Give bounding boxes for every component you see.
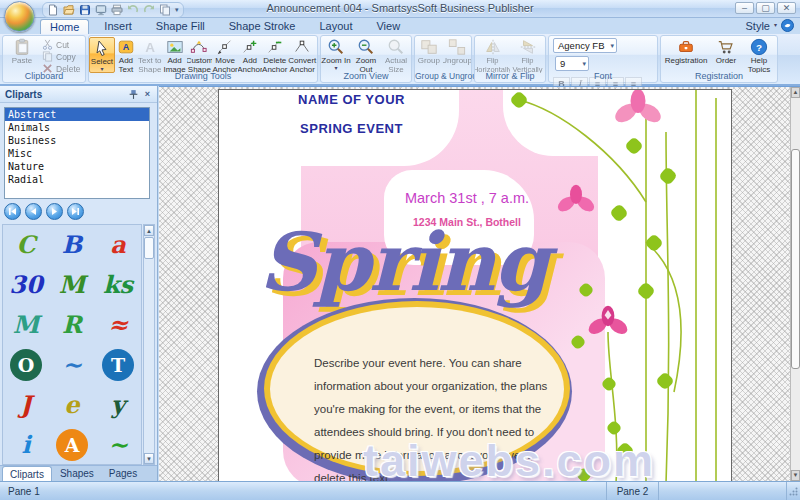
- font-size-select[interactable]: 9▾: [555, 56, 589, 71]
- group-button[interactable]: Group: [415, 37, 442, 73]
- canvas-scroll-down-icon[interactable]: ▼: [791, 470, 800, 481]
- text-to-shape-button[interactable]: A Text to Shape: [137, 37, 163, 73]
- actual-size-icon: [387, 38, 405, 56]
- move-anchor-icon: [216, 38, 234, 56]
- order-button[interactable]: Order: [711, 37, 741, 73]
- clipart-thumbnail[interactable]: ~: [62, 348, 82, 382]
- svg-text:A: A: [145, 40, 155, 55]
- clipart-thumbnail[interactable]: i: [21, 428, 30, 462]
- zoom-in-icon: [327, 38, 345, 56]
- zoom-out-icon: [357, 38, 375, 56]
- flip-vertically-button[interactable]: Flip Vertically: [510, 37, 545, 73]
- group-font: Agency FB▾ 9▾ B I ≡ ≡ ≡ Font: [548, 35, 658, 83]
- leaf-icons: [509, 90, 678, 481]
- panel-tab-cliparts[interactable]: Cliparts: [2, 466, 52, 481]
- resize-grip[interactable]: [786, 482, 800, 500]
- add-text-icon: A: [117, 38, 135, 56]
- clipart-thumbnail[interactable]: y: [111, 388, 125, 422]
- convert-anchor-button[interactable]: Convert Anchor: [288, 37, 317, 73]
- document-page[interactable]: NAME OF YOUR SPRING EVENT March 31st , 7…: [218, 89, 732, 481]
- category-radial[interactable]: Radial: [5, 173, 149, 186]
- cut-button[interactable]: Cut: [42, 39, 81, 50]
- application-menu-orb-icon[interactable]: [4, 1, 35, 32]
- clipart-thumbnail[interactable]: ks: [103, 268, 133, 302]
- group-icon: [420, 38, 438, 56]
- clipart-thumbnail[interactable]: B: [62, 228, 82, 262]
- flower-icon-top: [612, 90, 664, 126]
- next-page-button[interactable]: [46, 203, 63, 220]
- actual-size-button[interactable]: Actual Size: [381, 37, 411, 73]
- paste-button[interactable]: Paste: [6, 37, 38, 73]
- font-family-select[interactable]: Agency FB▾: [553, 38, 617, 53]
- status-pane-2: Pane 2: [606, 482, 658, 500]
- svg-text:?: ?: [756, 42, 762, 53]
- canvas-vertical-scrollbar[interactable]: ▲ ▼: [790, 87, 800, 481]
- clipart-thumbnail[interactable]: O: [10, 349, 42, 381]
- category-nature[interactable]: Nature: [5, 160, 149, 173]
- clipart-thumbnail[interactable]: ≈: [108, 308, 128, 342]
- clipart-thumbnail[interactable]: J: [20, 388, 31, 422]
- group-mirror-flip: Flip Horizontally Flip Vertically Mirror…: [474, 35, 546, 83]
- clipart-thumbnail[interactable]: a: [110, 228, 126, 262]
- flower-icon-middle: [555, 185, 597, 215]
- last-page-button[interactable]: [67, 203, 84, 220]
- tab-view[interactable]: View: [367, 19, 409, 34]
- clipart-thumbnail[interactable]: M: [13, 308, 40, 342]
- clipart-thumbnail[interactable]: e: [64, 388, 79, 422]
- tab-shape-stroke[interactable]: Shape Stroke: [220, 19, 305, 34]
- first-page-button[interactable]: [4, 203, 21, 220]
- tab-home[interactable]: Home: [40, 19, 89, 34]
- tab-shape-fill[interactable]: Shape Fill: [147, 19, 214, 34]
- pin-icon[interactable]: [128, 89, 139, 100]
- zoom-in-button[interactable]: Zoom In▾: [321, 37, 351, 73]
- category-misc[interactable]: Misc: [5, 147, 149, 160]
- minimize-button[interactable]: –: [735, 2, 754, 14]
- app-help-orb-icon[interactable]: [781, 19, 794, 32]
- previous-page-button[interactable]: [25, 203, 42, 220]
- clipart-thumbnail[interactable]: 30: [9, 268, 42, 302]
- clipart-thumbnail[interactable]: ~: [108, 428, 128, 462]
- category-business[interactable]: Business: [5, 134, 149, 147]
- scroll-down-icon[interactable]: ▼: [144, 453, 154, 464]
- ungroup-button[interactable]: Ungroup: [443, 37, 471, 73]
- registration-button[interactable]: Registration: [664, 37, 708, 73]
- copy-button[interactable]: Copy: [42, 51, 81, 62]
- delete-anchor-button[interactable]: Delete Anchor: [262, 37, 288, 73]
- maximize-button[interactable]: ▢: [756, 2, 775, 14]
- flip-horizontally-button[interactable]: Flip Horizontally: [475, 37, 510, 73]
- style-dropdown-icon[interactable]: ▾: [774, 23, 777, 28]
- tab-layout[interactable]: Layout: [310, 19, 361, 34]
- category-abstract[interactable]: Abstract: [5, 108, 149, 121]
- panel-close-icon[interactable]: ×: [142, 89, 153, 100]
- panel-tab-shapes[interactable]: Shapes: [53, 466, 101, 481]
- ungroup-icon: [448, 38, 466, 56]
- select-button[interactable]: Select▾: [89, 37, 115, 73]
- clipart-thumbnail[interactable]: M: [59, 268, 86, 302]
- custom-shape-button[interactable]: Custom Shape: [187, 37, 213, 73]
- help-topics-button[interactable]: ? Help Topics: [744, 37, 774, 73]
- close-button[interactable]: ✕: [777, 2, 796, 14]
- move-anchor-button[interactable]: Move Anchor: [212, 37, 238, 73]
- panel-tab-pages-list[interactable]: Pages List: [102, 466, 157, 481]
- clipart-thumbnail[interactable]: C: [16, 228, 35, 262]
- clipart-thumbnail[interactable]: R: [62, 308, 82, 342]
- add-text-button[interactable]: A Add Text: [115, 37, 137, 73]
- document-canvas[interactable]: NAME OF YOUR SPRING EVENT March 31st , 7…: [159, 86, 800, 481]
- clipart-thumbnail[interactable]: T: [102, 349, 134, 381]
- canvas-scrollbar-thumb[interactable]: [791, 149, 800, 369]
- clipart-thumbnail[interactable]: A: [56, 429, 88, 461]
- delete-anchor-icon: [266, 38, 284, 56]
- category-animals[interactable]: Animals: [5, 121, 149, 134]
- style-menu[interactable]: Style: [746, 20, 770, 32]
- status-spacer: [658, 482, 786, 500]
- clipart-grid-scrollbar[interactable]: ▲ ▼: [143, 224, 155, 465]
- vine-flower-decoration[interactable]: [219, 90, 732, 481]
- tab-insert[interactable]: Insert: [95, 19, 141, 34]
- scroll-up-icon[interactable]: ▲: [144, 225, 154, 236]
- scrollbar-thumb[interactable]: [144, 237, 154, 259]
- cliparts-panel: Cliparts × Abstract Animals Business Mis…: [0, 86, 158, 481]
- zoom-out-button[interactable]: Zoom Out▾: [351, 37, 381, 73]
- canvas-scroll-up-icon[interactable]: ▲: [791, 87, 800, 98]
- add-anchor-button[interactable]: Add Anchor: [238, 37, 262, 73]
- add-image-button[interactable]: Add Image: [163, 37, 187, 73]
